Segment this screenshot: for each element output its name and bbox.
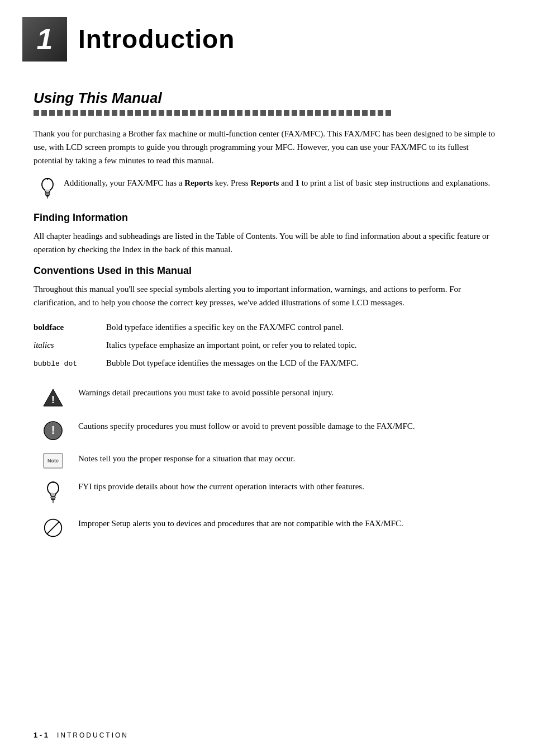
note-description: Notes tell you the proper response for a… [78, 452, 499, 465]
dash-square [88, 110, 94, 116]
def-italics-text: Italics typeface emphasize an important … [106, 336, 499, 354]
svg-line-19 [47, 522, 59, 534]
main-content: Using This Manual Thank you for purchasi… [0, 89, 533, 538]
finding-info-title: Finding Information [34, 212, 499, 224]
dash-square [65, 110, 70, 116]
dash-square [104, 110, 110, 116]
dash-square [73, 110, 78, 116]
chapter-number: 1 [37, 22, 53, 56]
fyi-bulb-icon [39, 177, 56, 199]
dash-square [307, 110, 313, 116]
dash-square [284, 110, 289, 116]
dash-square [253, 110, 258, 116]
dash-square [378, 110, 383, 116]
footer-page-number: 1 - 1 [34, 731, 48, 739]
dash-square [34, 110, 39, 116]
dash-square [346, 110, 352, 116]
dash-square [268, 110, 274, 116]
fyi-row: FYI tips provide details about how the c… [34, 480, 499, 505]
caution-description: Cautions specify procedures you must fol… [78, 419, 499, 433]
footer: 1 - 1 INTRODUCTION [34, 731, 499, 739]
prohibited-row: Improper Setup alerts you to devices and… [34, 517, 499, 538]
finding-info-body: All chapter headings and subheadings are… [34, 229, 499, 256]
def-boldface-text: Bold typeface identifies a specific key … [106, 318, 499, 336]
dash-square [370, 110, 375, 116]
warning-triangle-icon: ! [42, 387, 64, 408]
intro-paragraph: Thank you for purchasing a Brother fax m… [34, 127, 499, 167]
definitions-table: boldface Bold typeface identifies a spec… [34, 318, 499, 372]
dash-square [362, 110, 368, 116]
dash-square [143, 110, 149, 116]
svg-text:!: ! [51, 424, 55, 436]
section-title: Using This Manual [34, 89, 499, 107]
dash-square [166, 110, 172, 116]
svg-text:!: ! [51, 394, 55, 405]
fyi-bulb-icon-inline [45, 481, 61, 505]
dash-square [276, 110, 282, 116]
dash-square [190, 110, 196, 116]
dash-square [57, 110, 63, 116]
dash-square [339, 110, 344, 116]
dash-square [159, 110, 164, 116]
dashed-line-decoration [34, 110, 499, 116]
conventions-section: Conventions Used in this Manual Througho… [34, 265, 499, 538]
note-icon-cell: Note [39, 452, 67, 469]
dash-square [386, 110, 391, 116]
dash-square [135, 110, 141, 116]
dash-square [206, 110, 211, 116]
prohibited-icon [43, 518, 63, 538]
dash-square [213, 110, 219, 116]
dash-square [221, 110, 227, 116]
note-badge-icon: Note [43, 453, 63, 469]
dash-square [198, 110, 203, 116]
note-row: Note Notes tell you the proper response … [34, 452, 499, 469]
dash-square [120, 110, 125, 116]
dash-square [299, 110, 305, 116]
warning-description: Warnings detail precautions you must tak… [78, 386, 499, 399]
dash-square [49, 110, 55, 116]
footer-chapter-label: INTRODUCTION [57, 731, 129, 739]
def-row-bubble: bubble dot Bubble Dot typeface identifie… [34, 354, 499, 372]
warning-icon-cell: ! [39, 386, 67, 408]
dash-square [260, 110, 266, 116]
using-this-manual-section: Using This Manual Thank you for purchasi… [34, 89, 499, 199]
def-row-italics: italics Italics typeface emphasize an im… [34, 336, 499, 354]
conventions-body: Throughout this manual you'll see specia… [34, 282, 499, 309]
dash-square [315, 110, 321, 116]
tip-box: Additionally, your FAX/MFC has a Reports… [34, 176, 499, 199]
term-bubble-dot: bubble dot [34, 360, 77, 368]
term-boldface: boldface [34, 323, 64, 332]
dash-square [245, 110, 250, 116]
caution-icon-cell: ! [39, 419, 67, 441]
dash-square [323, 110, 329, 116]
dash-square [237, 110, 242, 116]
caution-row: ! Cautions specify procedures you must f… [34, 419, 499, 441]
dash-square [151, 110, 156, 116]
page: 1 Introduction Using This Manual Thank y… [0, 0, 533, 756]
dash-square [331, 110, 336, 116]
def-row-boldface: boldface Bold typeface identifies a spec… [34, 318, 499, 336]
svg-point-11 [47, 482, 59, 494]
svg-point-0 [42, 178, 53, 191]
chapter-number-block: 1 [22, 17, 67, 62]
term-italics: italics [34, 341, 54, 349]
dash-square [80, 110, 86, 116]
prohibited-description: Improper Setup alerts you to devices and… [78, 517, 499, 530]
chapter-header: 1 Introduction [0, 0, 533, 73]
dash-square [292, 110, 297, 116]
caution-circle-icon: ! [43, 420, 63, 441]
tip-text: Additionally, your FAX/MFC has a Reports… [64, 176, 490, 190]
dash-square [174, 110, 180, 116]
prohibited-icon-cell [39, 517, 67, 538]
dash-square [96, 110, 102, 116]
dash-square [41, 110, 47, 116]
conventions-title: Conventions Used in this Manual [34, 265, 499, 277]
dash-square [354, 110, 360, 116]
dash-square [127, 110, 133, 116]
warning-row: ! Warnings detail precautions you must t… [34, 386, 499, 408]
fyi-description: FYI tips provide details about how the c… [78, 480, 499, 493]
dash-square [229, 110, 235, 116]
chapter-title: Introduction [78, 24, 235, 54]
fyi-icon-cell [39, 480, 67, 505]
dash-square [112, 110, 117, 116]
